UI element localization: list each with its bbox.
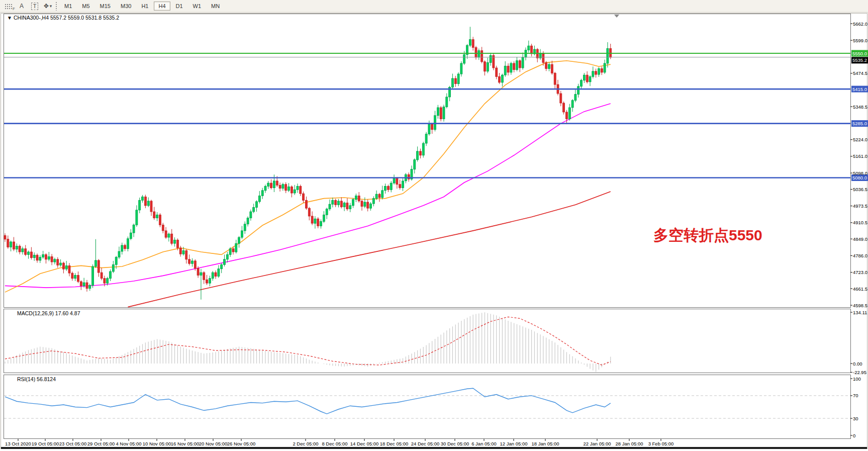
candle: [399, 185, 401, 188]
candle: [390, 183, 392, 190]
candle: [340, 201, 342, 207]
level-5550.0-badge-text: 5550.0: [852, 51, 867, 56]
time-axis-label: 22 Jan 05:00: [584, 441, 611, 446]
candle: [16, 246, 18, 249]
candle: [589, 76, 591, 82]
level-5080.0-badge-text: 5080.0: [852, 175, 867, 181]
text-tool-button[interactable]: A: [16, 1, 28, 12]
timeframe-h4[interactable]: H4: [154, 2, 170, 11]
label-tool-icon: T: [31, 3, 39, 10]
price-axis-label: 4910.5: [853, 220, 867, 225]
symbol-caret-icon[interactable]: ▼: [7, 15, 12, 21]
candle: [124, 245, 126, 249]
timeframe-m30[interactable]: M30: [116, 2, 136, 11]
candle: [349, 206, 351, 209]
candle: [250, 212, 252, 218]
candle: [194, 261, 196, 268]
candle: [285, 185, 287, 191]
candle: [311, 216, 313, 223]
candle: [472, 40, 474, 48]
arrows-tool-button[interactable]: ✥ ▾: [42, 1, 54, 12]
timeframe-mn[interactable]: MN: [207, 2, 224, 11]
chart-area: 5550.05415.05285.05080.05535.25662.05599…: [0, 13, 868, 451]
time-axis-label: 16 Nov 05:00: [171, 441, 200, 446]
time-axis-label: 24 Dec 05:00: [411, 441, 440, 446]
price-axis-label: 4786.0: [853, 253, 867, 258]
time-axis-label: 4 Nov 05:00: [116, 441, 141, 446]
candle: [431, 124, 433, 130]
candle: [598, 69, 600, 75]
candle: [548, 64, 550, 68]
annotation-text[interactable]: 多空转折点5550: [653, 227, 762, 243]
timeframe-m1[interactable]: M1: [60, 2, 76, 11]
candle: [381, 191, 383, 198]
time-axis-label: 14 Dec 05:00: [350, 441, 379, 446]
timeframe-buttons: M1M5M15M30H1H4D1W1MN: [59, 2, 225, 11]
candle: [519, 61, 521, 68]
candle: [595, 71, 597, 74]
time-axis-label: 30 Dec 05:00: [441, 441, 469, 446]
candle: [36, 255, 38, 260]
candle: [343, 203, 345, 207]
candle: [74, 275, 76, 278]
price-axis-label: 5224.0: [853, 137, 867, 142]
candle: [54, 259, 56, 262]
candle: [282, 185, 284, 189]
timeframe-d1[interactable]: D1: [171, 2, 187, 11]
candle: [188, 259, 190, 263]
candle: [42, 254, 44, 257]
toolbar-grip[interactable]: [55, 2, 57, 11]
candle: [378, 194, 380, 198]
candle: [118, 251, 120, 257]
candle: [475, 47, 477, 57]
candle: [110, 272, 112, 279]
candle: [191, 261, 194, 263]
candle: [7, 239, 9, 247]
grid-tool-button[interactable]: F: [3, 1, 15, 12]
candle: [563, 103, 565, 112]
candle: [463, 55, 465, 63]
candle: [460, 63, 462, 74]
candle: [80, 282, 82, 286]
candle: [159, 215, 161, 225]
chevron-down-icon[interactable]: ▾: [50, 4, 52, 9]
candle: [244, 224, 246, 231]
candle: [291, 187, 293, 193]
timeframe-h1[interactable]: H1: [137, 2, 153, 11]
candle: [235, 243, 237, 252]
label-tool-button[interactable]: T: [29, 1, 41, 12]
price-axis-label: 5036.5: [853, 187, 867, 192]
candle: [364, 202, 366, 206]
candle: [577, 86, 580, 95]
timeframe-w1[interactable]: W1: [188, 2, 206, 11]
rsi-axis-label: 70: [853, 393, 858, 398]
candle: [247, 218, 249, 224]
candle: [253, 208, 255, 212]
rsi-pane: [4, 375, 851, 439]
candle: [551, 64, 553, 73]
time-axis-label: 18 Jan 05:00: [532, 441, 559, 446]
candle: [607, 49, 609, 64]
bottom-scrollbar[interactable]: [1, 447, 867, 449]
timeframe-m15[interactable]: M15: [95, 2, 115, 11]
candle: [206, 280, 208, 283]
candle: [168, 234, 170, 237]
price-axis-label: 4598.5: [853, 303, 867, 308]
candle: [200, 273, 202, 275]
candle: [329, 204, 331, 209]
candle: [335, 200, 337, 205]
candle: [39, 257, 41, 260]
candle: [28, 252, 30, 254]
candle: [574, 95, 576, 101]
candle: [425, 134, 427, 143]
candle: [104, 279, 106, 284]
candle: [332, 200, 334, 204]
candle: [308, 208, 310, 216]
price-axis-label: 5098.0: [853, 170, 867, 176]
candle: [571, 101, 573, 108]
timeframe-m5[interactable]: M5: [77, 2, 94, 11]
candle: [139, 200, 141, 210]
candle: [314, 219, 316, 223]
candle: [267, 183, 269, 186]
candle: [554, 73, 556, 85]
